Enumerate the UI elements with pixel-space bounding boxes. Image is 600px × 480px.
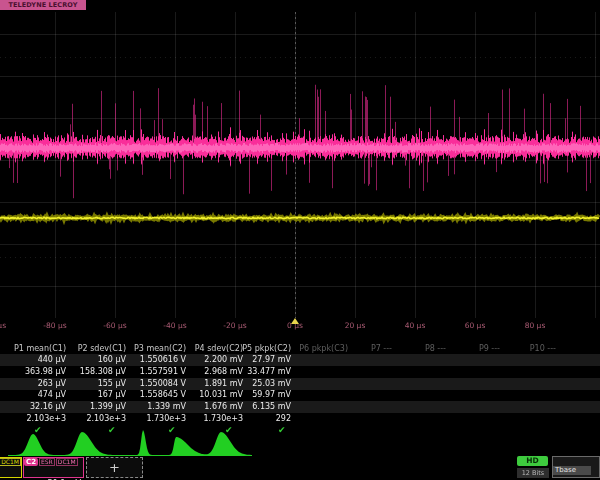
stat-min: 155 µV <box>98 379 126 388</box>
param-header[interactable]: P4 sdev(C2) <box>195 344 243 353</box>
stat-num: 1.730e+3 <box>146 414 186 423</box>
param-header[interactable]: P2 sdev(C1) <box>78 344 126 353</box>
plus-icon: + <box>109 460 120 475</box>
c2-esr-tag: ESR <box>39 458 55 466</box>
c2-coupling-tag: DC1M <box>56 458 78 466</box>
param-header[interactable]: P5 pkpk(C2) <box>242 344 291 353</box>
param-header[interactable]: P1 mean(C1) <box>14 344 66 353</box>
brand-badge: TELEDYNE LECROY <box>0 0 86 10</box>
stat-mean: 158.308 µV <box>80 367 126 376</box>
oscilloscope-screen: TELEDYNE LECROY -100 µs-80 µs-60 µs-40 µ… <box>0 0 600 480</box>
param-header[interactable]: P3 mean(C2) <box>134 344 186 353</box>
stat-num: 292 <box>276 414 291 423</box>
table-row-stripe <box>0 378 600 390</box>
stat-mean: 363.98 µV <box>25 367 66 376</box>
time-axis-label: -80 µs <box>43 321 66 330</box>
time-axis-label: 20 µs <box>345 321 366 330</box>
stat-sdev: 1.676 mV <box>204 402 243 411</box>
status-check-icon: ✔ <box>278 425 286 435</box>
stat-value: 1.550616 V <box>140 355 186 364</box>
stat-mean: 2.968 mV <box>204 367 243 376</box>
stat-value: 27.97 mV <box>252 355 291 364</box>
add-trace-button[interactable]: + <box>86 457 143 478</box>
stat-mean: 33.477 mV <box>247 367 291 376</box>
param-header: P10 --- <box>530 344 556 353</box>
stat-min: 1.891 mV <box>204 379 243 388</box>
channel-c2-descriptor[interactable]: C2ESRDC1M 50.0 mV <box>23 457 84 478</box>
time-axis-label: -40 µs <box>163 321 186 330</box>
status-check-icon: ✔ <box>34 425 42 435</box>
resolution-bits: 12 Bits <box>517 468 549 478</box>
c1-coupling-tag: DC1M <box>0 458 21 466</box>
trigger-position-icon[interactable] <box>291 318 299 324</box>
time-axis-label: 60 µs <box>465 321 486 330</box>
stat-max: 167 µV <box>98 390 126 399</box>
param-header: P9 --- <box>479 344 500 353</box>
time-axis-label: -100 µs <box>0 321 6 330</box>
channel-c1-descriptor[interactable]: DC1M 50.0 mV <box>0 457 22 478</box>
stat-mean: 1.557591 V <box>140 367 186 376</box>
stat-min: 263 µV <box>38 379 66 388</box>
hd-mode-badge[interactable]: HD <box>517 456 548 466</box>
stat-value: 440 µV <box>38 355 66 364</box>
table-row-stripe <box>0 354 600 366</box>
stat-value: 160 µV <box>98 355 126 364</box>
timebase-label: Tbase <box>553 466 591 475</box>
stat-max: 1.558645 V <box>140 390 186 399</box>
stat-sdev: 32.16 µV <box>30 402 66 411</box>
stat-min: 1.550084 V <box>140 379 186 388</box>
time-axis-label: -60 µs <box>103 321 126 330</box>
stat-max: 474 µV <box>38 390 66 399</box>
timebase-value: 20.0 µs <box>553 476 599 478</box>
timebase-descriptor[interactable]: Tbase 20.0 µs <box>552 456 600 478</box>
stat-sdev: 6.135 mV <box>252 402 291 411</box>
status-check-icon: ✔ <box>225 425 233 435</box>
stat-num: 1.730e+3 <box>203 414 243 423</box>
c2-label: C2 <box>24 458 38 466</box>
time-axis-label: -20 µs <box>223 321 246 330</box>
status-check-icon: ✔ <box>108 425 116 435</box>
param-header: P7 --- <box>371 344 392 353</box>
stat-sdev: 1.399 µV <box>90 402 126 411</box>
stat-value: 2.200 mV <box>204 355 243 364</box>
param-header: P8 --- <box>425 344 446 353</box>
status-check-icon: ✔ <box>168 425 176 435</box>
stat-max: 10.031 mV <box>199 390 243 399</box>
stat-max: 59.97 mV <box>252 390 291 399</box>
stat-min: 25.03 mV <box>252 379 291 388</box>
time-axis-label: 80 µs <box>525 321 546 330</box>
stat-num: 2.103e+3 <box>86 414 126 423</box>
param-header: P6 pkpk(C3) <box>299 344 348 353</box>
stat-sdev: 1.339 mV <box>147 402 186 411</box>
stat-num: 2.103e+3 <box>26 414 66 423</box>
time-axis-label: 40 µs <box>405 321 426 330</box>
